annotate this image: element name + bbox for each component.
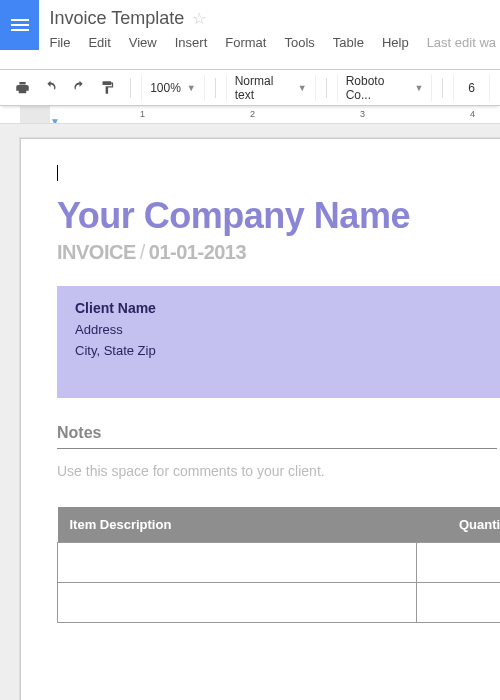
invoice-date: 01-01-2013 — [149, 241, 246, 263]
table-row[interactable] — [58, 543, 501, 583]
invoice-label: INVOICE — [57, 241, 136, 263]
style-value: Normal text — [235, 74, 292, 102]
star-icon[interactable]: ☆ — [192, 9, 206, 28]
notes-placeholder[interactable]: Use this space for comments to your clie… — [57, 463, 500, 479]
indent-marker-icon[interactable]: ▼ — [50, 116, 60, 124]
table-header-quantity: Quantit — [417, 507, 500, 543]
ruler-mark: 3 — [360, 109, 365, 119]
chevron-down-icon: ▼ — [298, 83, 307, 93]
menu-bar: File Edit View Insert Format Tools Table… — [49, 35, 500, 50]
toolbar: 100% ▼ Normal text ▼ Roboto Co... ▼ 6 — [0, 70, 500, 106]
font-size-select[interactable]: 6 — [453, 75, 490, 101]
undo-icon[interactable] — [39, 75, 64, 101]
client-box[interactable]: Client Name Address City, State Zip — [57, 286, 500, 398]
page[interactable]: Your Company Name INVOICE/01-01-2013 Cli… — [20, 138, 500, 700]
client-name: Client Name — [75, 300, 499, 316]
client-city-state-zip: City, State Zip — [75, 343, 499, 358]
ruler-mark: 1 — [140, 109, 145, 119]
chevron-down-icon: ▼ — [187, 83, 196, 93]
ruler[interactable]: ▼ 1 2 3 4 — [0, 106, 500, 124]
table-row[interactable] — [58, 583, 501, 623]
menu-view[interactable]: View — [129, 35, 157, 50]
invoice-line[interactable]: INVOICE/01-01-2013 — [57, 241, 500, 264]
client-address: Address — [75, 322, 499, 337]
app-header: Invoice Template ☆ File Edit View Insert… — [0, 0, 500, 70]
last-edit-text: Last edit wa — [427, 35, 500, 50]
paint-format-icon[interactable] — [96, 75, 121, 101]
menu-table[interactable]: Table — [333, 35, 364, 50]
document-title[interactable]: Invoice Template — [49, 8, 184, 29]
menu-tools[interactable]: Tools — [284, 35, 314, 50]
notes-heading[interactable]: Notes — [57, 424, 500, 442]
document-canvas[interactable]: Your Company Name INVOICE/01-01-2013 Cli… — [0, 124, 500, 700]
font-select[interactable]: Roboto Co... ▼ — [337, 75, 433, 101]
table-header-description: Item Description — [58, 507, 417, 543]
menu-help[interactable]: Help — [382, 35, 409, 50]
menu-edit[interactable]: Edit — [88, 35, 110, 50]
company-name[interactable]: Your Company Name — [57, 195, 500, 237]
menu-file[interactable]: File — [49, 35, 70, 50]
ruler-mark: 2 — [250, 109, 255, 119]
font-size-value: 6 — [468, 81, 475, 95]
font-value: Roboto Co... — [346, 74, 409, 102]
items-table[interactable]: Item Description Quantit — [57, 507, 500, 623]
menu-format[interactable]: Format — [225, 35, 266, 50]
chevron-down-icon: ▼ — [414, 83, 423, 93]
menu-insert[interactable]: Insert — [175, 35, 208, 50]
text-cursor — [57, 165, 58, 181]
zoom-value: 100% — [150, 81, 181, 95]
ruler-mark: 4 — [470, 109, 475, 119]
app-logo[interactable] — [0, 0, 39, 50]
zoom-select[interactable]: 100% ▼ — [141, 75, 205, 101]
menu-icon — [11, 19, 29, 31]
notes-divider — [57, 448, 497, 449]
style-select[interactable]: Normal text ▼ — [226, 75, 316, 101]
print-icon[interactable] — [10, 75, 35, 101]
redo-icon[interactable] — [67, 75, 92, 101]
